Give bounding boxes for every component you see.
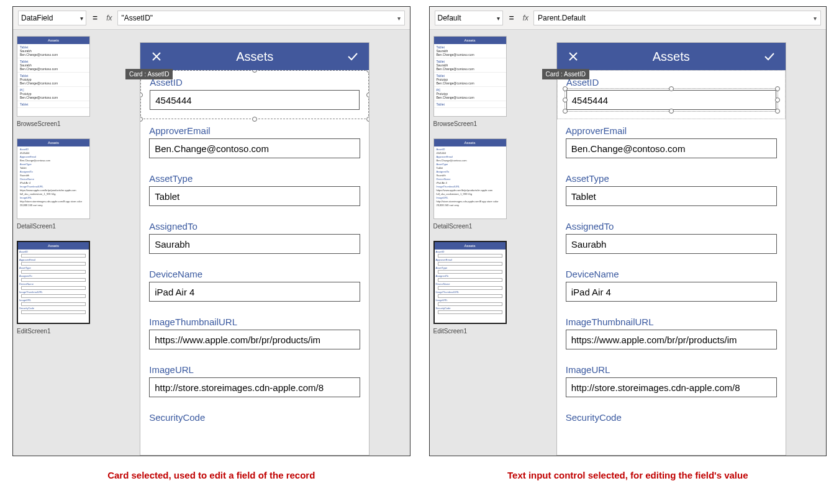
field-input[interactable] [149,282,360,302]
equals-sign: = [506,13,518,23]
card-devicename[interactable]: DeviceName [557,263,786,310]
card-assetid[interactable]: AssetID [557,70,786,119]
check-icon[interactable] [347,50,359,63]
formula-text: Parent.Default [538,14,586,22]
formula-text: "AssetID" [122,14,153,22]
phone-header: Assets [140,43,369,70]
panel-right: Default ▾ = fx Parent.Default ▾ Assets T… [429,6,827,456]
formula-bar: Default ▾ = fx Parent.Default ▾ [430,7,827,30]
caption-left: Card selected, used to edit a field of t… [12,462,410,493]
card-approveremail[interactable]: ApproverEmail [557,119,786,167]
selection-tag: Card : AssetID [125,69,173,79]
canvas: Card : AssetID Assets AssetIDApproverEma… [94,30,410,456]
formula-bar: DataField ▾ = fx "AssetID" ▾ [13,7,410,30]
field-label: DeviceName [149,269,360,279]
field-input[interactable] [149,330,360,349]
thumb-browse[interactable]: Assets TabletSaurabhBen.Change@contoso.c… [17,36,90,117]
thumb-label-edit: EditScreen1 [433,326,507,343]
close-icon[interactable] [150,50,163,63]
field-input[interactable] [566,234,777,254]
card-assetid[interactable]: AssetID [140,70,369,119]
card-imagethumbnailurl[interactable]: ImageThumbnailURL [140,310,369,358]
property-label: DataField [21,14,53,22]
phone-title: Assets [653,50,690,64]
chevron-down-icon: ▾ [80,15,83,22]
property-dropdown[interactable]: Default ▾ [435,11,503,25]
form-body: AssetIDApproverEmailAssetTypeAssignedToD… [140,70,369,455]
thumb-browse[interactable]: Assets TabletSaurabhBen.Change@contoso.c… [433,36,507,117]
thumb-header: Assets [434,139,506,146]
caption-right: Text input control selected, for editing… [429,462,827,493]
field-label: ImageThumbnailURL [566,317,777,327]
field-input[interactable] [150,90,360,110]
thumb-label-browse: BrowseScreen1 [433,119,507,136]
field-label: ImageThumbnailURL [149,317,360,327]
thumb-label-browse: BrowseScreen1 [17,119,90,136]
field-input[interactable] [149,234,360,254]
screen-thumbnails: Assets TabletSaurabhBen.Change@contoso.c… [13,30,94,456]
card-approveremail[interactable]: ApproverEmail [140,119,369,167]
thumb-edit[interactable]: Assets AssetID ApproverEmail AssetType A… [18,242,89,323]
field-label: AssetType [566,173,777,184]
field-input[interactable] [566,90,776,110]
screen-thumbnails: Assets TabletSaurabhBen.Change@contoso.c… [430,30,510,456]
thumb-label-detail: DetailScreen1 [17,222,90,238]
canvas: Card : AssetID Assets AssetIDApproverEma… [510,30,827,456]
phone-preview: Assets AssetIDApproverEmailAssetTypeAssi… [140,42,370,456]
card-assettype[interactable]: AssetType [557,167,786,215]
property-label: Default [438,14,461,22]
formula-input[interactable]: Parent.Default ▾ [533,11,821,25]
form-body: AssetIDApproverEmailAssetTypeAssignedToD… [557,70,786,455]
thumb-detail[interactable]: Assets AssetID4545444 ApproverEmailBen.C… [17,138,90,219]
thumb-label-edit: EditScreen1 [17,326,90,343]
field-label: ApproverEmail [566,125,777,136]
field-input[interactable] [566,282,777,302]
phone-title: Assets [236,50,273,64]
field-input[interactable] [566,330,777,349]
field-input[interactable] [566,377,777,397]
card-assignedto[interactable]: AssignedTo [140,215,369,263]
field-input[interactable] [566,138,777,158]
fx-icon: fx [520,14,531,22]
field-label: AssetType [149,173,360,184]
field-label: SecurityCode [566,412,777,423]
equals-sign: = [89,13,101,23]
field-input[interactable] [149,138,360,158]
phone-header: Assets [557,43,786,70]
card-imageurl[interactable]: ImageURL [557,358,786,406]
fx-icon: fx [104,14,114,22]
thumb-header: Assets [435,242,506,250]
card-securitycode[interactable]: SecurityCode [140,406,369,454]
thumb-header: Assets [18,242,89,250]
field-label: ImageURL [566,364,777,375]
selection-tag: Card : AssetID [542,69,589,79]
field-input[interactable] [566,186,777,206]
chevron-down-icon: ▾ [497,15,500,22]
field-input[interactable] [149,377,360,397]
phone-preview: Assets AssetIDApproverEmailAssetTypeAssi… [556,42,786,456]
check-icon[interactable] [763,50,776,63]
formula-input[interactable]: "AssetID" ▾ [117,11,405,25]
thumb-detail[interactable]: Assets AssetID4545444 ApproverEmailBen.C… [433,138,507,219]
field-label: ApproverEmail [149,125,360,136]
field-input[interactable] [149,186,360,206]
field-label: AssignedTo [566,221,777,232]
panel-left: DataField ▾ = fx "AssetID" ▾ Assets Tabl… [12,6,410,456]
card-securitycode[interactable]: SecurityCode [557,406,786,454]
field-label: ImageURL [149,364,360,375]
close-icon[interactable] [567,50,579,63]
field-label: SecurityCode [149,412,360,423]
property-dropdown[interactable]: DataField ▾ [18,11,86,25]
thumb-edit[interactable]: Assets AssetID ApproverEmail AssetType A… [435,242,506,323]
card-assettype[interactable]: AssetType [140,167,369,215]
field-label: AssetID [150,77,360,88]
thumb-header: Assets [434,37,506,44]
field-label: AssignedTo [149,221,360,232]
card-assignedto[interactable]: AssignedTo [557,215,786,263]
field-label: DeviceName [566,269,777,279]
chevron-down-icon: ▾ [397,15,401,22]
card-imagethumbnailurl[interactable]: ImageThumbnailURL [557,310,786,358]
card-imageurl[interactable]: ImageURL [140,358,369,406]
card-devicename[interactable]: DeviceName [140,263,369,310]
thumb-header: Assets [17,139,89,146]
